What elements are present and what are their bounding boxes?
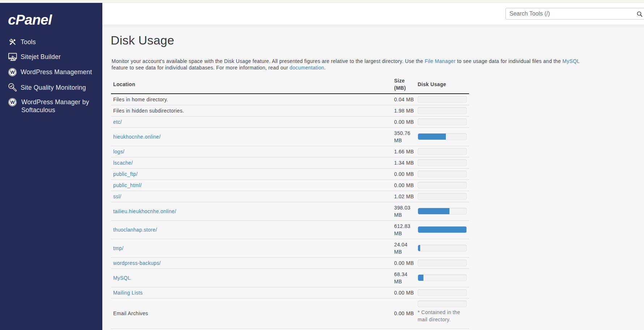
svg-text:W: W bbox=[10, 69, 15, 75]
svg-text:W: W bbox=[10, 100, 15, 105]
